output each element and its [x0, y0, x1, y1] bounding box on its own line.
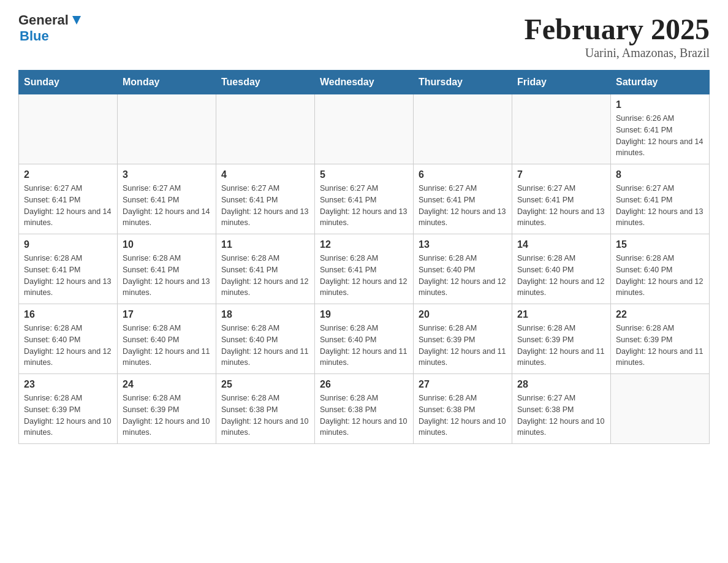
- calendar-cell: 25Sunrise: 6:28 AMSunset: 6:38 PMDayligh…: [216, 374, 315, 444]
- day-number: 1: [616, 99, 704, 110]
- day-info: Sunrise: 6:28 AMSunset: 6:39 PMDaylight:…: [616, 323, 704, 369]
- calendar-cell: [19, 94, 118, 164]
- day-info: Sunrise: 6:28 AMSunset: 6:38 PMDaylight:…: [419, 393, 507, 439]
- day-number: 2: [24, 169, 112, 180]
- day-info: Sunrise: 6:28 AMSunset: 6:40 PMDaylight:…: [24, 323, 112, 369]
- day-info: Sunrise: 6:28 AMSunset: 6:39 PMDaylight:…: [419, 323, 507, 369]
- day-info: Sunrise: 6:28 AMSunset: 6:39 PMDaylight:…: [123, 393, 211, 439]
- calendar-week-row: 2Sunrise: 6:27 AMSunset: 6:41 PMDaylight…: [19, 164, 710, 234]
- header-saturday: Saturday: [611, 71, 710, 94]
- calendar-cell: 9Sunrise: 6:28 AMSunset: 6:41 PMDaylight…: [19, 234, 118, 304]
- day-info: Sunrise: 6:28 AMSunset: 6:38 PMDaylight:…: [221, 393, 309, 439]
- day-number: 3: [123, 169, 211, 180]
- day-number: 20: [419, 309, 507, 320]
- calendar-cell: 7Sunrise: 6:27 AMSunset: 6:41 PMDaylight…: [512, 164, 611, 234]
- day-info: Sunrise: 6:27 AMSunset: 6:41 PMDaylight:…: [123, 183, 211, 229]
- header-tuesday: Tuesday: [216, 71, 315, 94]
- calendar-header-row: SundayMondayTuesdayWednesdayThursdayFrid…: [19, 71, 710, 94]
- day-info: Sunrise: 6:28 AMSunset: 6:40 PMDaylight:…: [320, 323, 408, 369]
- day-info: Sunrise: 6:28 AMSunset: 6:40 PMDaylight:…: [123, 323, 211, 369]
- day-number: 24: [123, 379, 211, 390]
- day-info: Sunrise: 6:28 AMSunset: 6:41 PMDaylight:…: [123, 253, 211, 299]
- calendar-cell: [118, 94, 216, 164]
- day-info: Sunrise: 6:28 AMSunset: 6:41 PMDaylight:…: [24, 253, 112, 299]
- calendar-cell: 26Sunrise: 6:28 AMSunset: 6:38 PMDayligh…: [315, 374, 414, 444]
- calendar-cell: 11Sunrise: 6:28 AMSunset: 6:41 PMDayligh…: [216, 234, 315, 304]
- day-number: 17: [123, 309, 211, 320]
- calendar-week-row: 1Sunrise: 6:26 AMSunset: 6:41 PMDaylight…: [19, 94, 710, 164]
- calendar-cell: 16Sunrise: 6:28 AMSunset: 6:40 PMDayligh…: [19, 304, 118, 374]
- calendar-week-row: 23Sunrise: 6:28 AMSunset: 6:39 PMDayligh…: [19, 374, 710, 444]
- calendar-cell: [512, 94, 611, 164]
- day-number: 8: [616, 169, 704, 180]
- day-number: 21: [517, 309, 605, 320]
- day-number: 14: [517, 239, 605, 250]
- logo-general: General: [18, 12, 69, 28]
- calendar-cell: 4Sunrise: 6:27 AMSunset: 6:41 PMDaylight…: [216, 164, 315, 234]
- calendar-cell: [414, 94, 512, 164]
- header-monday: Monday: [118, 71, 216, 94]
- header-thursday: Thursday: [414, 71, 512, 94]
- header-friday: Friday: [512, 71, 611, 94]
- calendar-cell: 19Sunrise: 6:28 AMSunset: 6:40 PMDayligh…: [315, 304, 414, 374]
- calendar-cell: 22Sunrise: 6:28 AMSunset: 6:39 PMDayligh…: [611, 304, 710, 374]
- day-number: 10: [123, 239, 211, 250]
- day-info: Sunrise: 6:27 AMSunset: 6:41 PMDaylight:…: [419, 183, 507, 229]
- calendar-week-row: 16Sunrise: 6:28 AMSunset: 6:40 PMDayligh…: [19, 304, 710, 374]
- day-number: 5: [320, 169, 408, 180]
- page-header: General Blue February 2025 Uarini, Amazo…: [18, 12, 710, 60]
- day-info: Sunrise: 6:27 AMSunset: 6:38 PMDaylight:…: [517, 393, 605, 439]
- calendar-cell: [611, 374, 710, 444]
- logo: General Blue: [18, 12, 83, 44]
- day-number: 15: [616, 239, 704, 250]
- calendar-table: SundayMondayTuesdayWednesdayThursdayFrid…: [18, 70, 710, 444]
- day-number: 26: [320, 379, 408, 390]
- calendar-cell: 15Sunrise: 6:28 AMSunset: 6:40 PMDayligh…: [611, 234, 710, 304]
- day-number: 4: [221, 169, 309, 180]
- day-info: Sunrise: 6:28 AMSunset: 6:40 PMDaylight:…: [419, 253, 507, 299]
- day-number: 19: [320, 309, 408, 320]
- header-sunday: Sunday: [19, 71, 118, 94]
- day-info: Sunrise: 6:27 AMSunset: 6:41 PMDaylight:…: [221, 183, 309, 229]
- day-number: 7: [517, 169, 605, 180]
- day-info: Sunrise: 6:28 AMSunset: 6:41 PMDaylight:…: [320, 253, 408, 299]
- page-subtitle: Uarini, Amazonas, Brazil: [524, 46, 710, 60]
- calendar-cell: 28Sunrise: 6:27 AMSunset: 6:38 PMDayligh…: [512, 374, 611, 444]
- logo-blue: Blue: [20, 28, 49, 44]
- day-number: 16: [24, 309, 112, 320]
- day-info: Sunrise: 6:28 AMSunset: 6:39 PMDaylight:…: [517, 323, 605, 369]
- calendar-cell: 14Sunrise: 6:28 AMSunset: 6:40 PMDayligh…: [512, 234, 611, 304]
- day-number: 27: [419, 379, 507, 390]
- day-number: 12: [320, 239, 408, 250]
- calendar-cell: 24Sunrise: 6:28 AMSunset: 6:39 PMDayligh…: [118, 374, 216, 444]
- calendar-cell: 8Sunrise: 6:27 AMSunset: 6:41 PMDaylight…: [611, 164, 710, 234]
- page-title: February 2025: [524, 12, 710, 46]
- calendar-cell: 3Sunrise: 6:27 AMSunset: 6:41 PMDaylight…: [118, 164, 216, 234]
- day-info: Sunrise: 6:26 AMSunset: 6:41 PMDaylight:…: [616, 113, 704, 159]
- calendar-cell: 21Sunrise: 6:28 AMSunset: 6:39 PMDayligh…: [512, 304, 611, 374]
- day-number: 23: [24, 379, 112, 390]
- calendar-cell: 2Sunrise: 6:27 AMSunset: 6:41 PMDaylight…: [19, 164, 118, 234]
- calendar-cell: 5Sunrise: 6:27 AMSunset: 6:41 PMDaylight…: [315, 164, 414, 234]
- day-info: Sunrise: 6:28 AMSunset: 6:40 PMDaylight:…: [616, 253, 704, 299]
- calendar-cell: 6Sunrise: 6:27 AMSunset: 6:41 PMDaylight…: [414, 164, 512, 234]
- calendar-cell: 17Sunrise: 6:28 AMSunset: 6:40 PMDayligh…: [118, 304, 216, 374]
- day-number: 25: [221, 379, 309, 390]
- day-number: 11: [221, 239, 309, 250]
- day-number: 13: [419, 239, 507, 250]
- day-number: 18: [221, 309, 309, 320]
- calendar-cell: 13Sunrise: 6:28 AMSunset: 6:40 PMDayligh…: [414, 234, 512, 304]
- day-info: Sunrise: 6:28 AMSunset: 6:40 PMDaylight:…: [221, 323, 309, 369]
- calendar-cell: 20Sunrise: 6:28 AMSunset: 6:39 PMDayligh…: [414, 304, 512, 374]
- calendar-cell: 27Sunrise: 6:28 AMSunset: 6:38 PMDayligh…: [414, 374, 512, 444]
- day-info: Sunrise: 6:27 AMSunset: 6:41 PMDaylight:…: [24, 183, 112, 229]
- day-info: Sunrise: 6:27 AMSunset: 6:41 PMDaylight:…: [517, 183, 605, 229]
- svg-marker-0: [72, 16, 81, 25]
- day-info: Sunrise: 6:28 AMSunset: 6:39 PMDaylight:…: [24, 393, 112, 439]
- calendar-cell: 1Sunrise: 6:26 AMSunset: 6:41 PMDaylight…: [611, 94, 710, 164]
- calendar-cell: [315, 94, 414, 164]
- day-info: Sunrise: 6:28 AMSunset: 6:38 PMDaylight:…: [320, 393, 408, 439]
- day-info: Sunrise: 6:28 AMSunset: 6:40 PMDaylight:…: [517, 253, 605, 299]
- day-number: 6: [419, 169, 507, 180]
- logo-triangle-icon: [70, 13, 83, 27]
